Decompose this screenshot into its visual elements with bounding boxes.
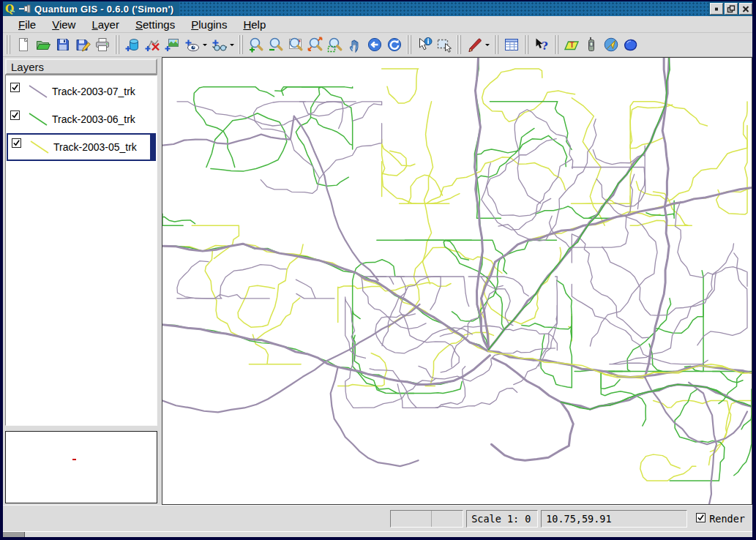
whats-this-button[interactable]: ? — [531, 35, 551, 55]
select-rect-icon — [436, 37, 452, 53]
gps-track — [238, 244, 303, 327]
pan-map-button[interactable] — [345, 35, 364, 55]
label-tool-icon: T — [564, 37, 580, 53]
progress-divider — [431, 511, 432, 527]
select-features-button[interactable] — [434, 35, 454, 55]
gps-track — [572, 196, 631, 204]
compass-icon — [603, 37, 619, 53]
new-project-button[interactable] — [13, 35, 33, 55]
checkmark-icon — [11, 83, 19, 91]
pencil-icon — [466, 37, 482, 53]
zoom-selected-icon — [307, 37, 323, 53]
new-vector-layer-button-dropdown[interactable] — [201, 35, 209, 55]
layer-line-symbol — [27, 138, 52, 156]
render-toggle[interactable]: Render — [690, 513, 748, 525]
capture-tool-button-dropdown[interactable] — [484, 35, 491, 55]
gps-tools-button[interactable] — [581, 35, 601, 55]
render-checkbox[interactable] — [696, 513, 706, 522]
toolbar-handle[interactable] — [115, 35, 119, 54]
close-button[interactable] — [739, 3, 752, 15]
map-canvas[interactable] — [162, 57, 752, 505]
gps-track — [593, 146, 645, 209]
zoom-in-icon — [248, 37, 264, 53]
print-button[interactable] — [92, 35, 112, 55]
layer-visibility-checkbox[interactable] — [10, 83, 20, 92]
toolbar: ?T — [3, 33, 752, 57]
zoom-in-button[interactable] — [246, 35, 266, 55]
open-project-button[interactable] — [33, 35, 53, 55]
horizontal-splitter[interactable] — [5, 426, 157, 431]
menu-layer[interactable]: Layer — [83, 17, 127, 32]
add-vector-layer-button[interactable] — [142, 35, 162, 55]
attribute-table-button[interactable] — [501, 35, 521, 55]
gps-track — [522, 280, 572, 337]
gps-track — [549, 174, 634, 247]
render-label: Render — [709, 513, 745, 525]
layer-visibility-checkbox[interactable] — [10, 110, 20, 120]
toolbar-handle[interactable] — [239, 35, 243, 54]
gps-track — [482, 160, 572, 230]
toolbar-handle[interactable] — [524, 35, 528, 54]
layer-line-symbol — [26, 110, 50, 128]
gps-device-icon — [583, 37, 599, 53]
menu-help[interactable]: Help — [235, 17, 274, 32]
zoom-to-layer-button[interactable] — [325, 35, 345, 55]
toolbar-handle[interactable] — [457, 35, 461, 54]
title-bar[interactable]: Q Quantum GIS - 0.6.0 ('Simon') — [3, 1, 752, 16]
capture-tool-button[interactable] — [464, 35, 484, 55]
minimize-button[interactable] — [710, 3, 723, 15]
menu-settings[interactable]: Settings — [127, 17, 183, 32]
gps-track — [162, 214, 195, 225]
label-tool-button[interactable]: T — [561, 35, 581, 55]
resize-grip[interactable] — [3, 532, 25, 537]
gps-track — [601, 372, 645, 426]
main-area: Layers Track-2003-07_trkTrack-2003-06_tr… — [3, 57, 752, 505]
add-raster-layer-button[interactable] — [162, 35, 181, 55]
menu-plugins[interactable]: Plugins — [183, 17, 235, 32]
layer-label: Track-2003-07_trk — [52, 86, 135, 97]
pin-icon[interactable] — [18, 3, 31, 15]
layer-visibility-checkbox[interactable] — [12, 138, 21, 148]
identify-features-button[interactable] — [414, 35, 434, 55]
menu-view[interactable]: View — [44, 17, 83, 32]
toolbar-handle[interactable] — [407, 35, 411, 54]
gps-track — [514, 110, 572, 203]
layer-item-track-2003-05_trk[interactable]: Track-2003-05_trk — [7, 133, 156, 161]
layer-line-symbol — [26, 83, 50, 100]
save-project-button[interactable] — [53, 35, 72, 55]
toolbar-handle[interactable] — [494, 35, 498, 54]
layers-list: Track-2003-07_trkTrack-2003-06_trkTrack-… — [5, 75, 157, 426]
compass-plugin-button[interactable] — [601, 35, 621, 55]
layer-item-track-2003-07_trk[interactable]: Track-2003-07_trk — [7, 78, 156, 105]
overview-panel[interactable] — [5, 431, 157, 503]
pan-hand-icon — [347, 37, 363, 53]
file-new-icon — [15, 37, 31, 53]
import-gps-button[interactable] — [209, 35, 228, 55]
import-gps-button-dropdown[interactable] — [228, 35, 236, 55]
gps-track — [482, 69, 575, 121]
layer-item-track-2003-06_trk[interactable]: Track-2003-06_trk — [7, 105, 156, 133]
refresh-map-button[interactable] — [384, 35, 404, 55]
zoom-full-extent-button[interactable] — [285, 35, 305, 55]
zoom-out-button[interactable] — [266, 35, 285, 55]
menu-file[interactable]: File — [10, 17, 44, 32]
gps-track — [205, 250, 300, 340]
toolbar-handle[interactable] — [554, 35, 558, 54]
maximize-button[interactable] — [725, 3, 738, 15]
zoom-previous-button[interactable] — [364, 35, 384, 55]
gps-track — [382, 69, 419, 103]
zoom-to-selection-button[interactable] — [305, 35, 325, 55]
gps-track — [630, 102, 707, 149]
gps-track — [253, 102, 356, 179]
add-postgis-layer-button[interactable] — [122, 35, 142, 55]
gps-track — [370, 367, 465, 408]
whats-this-icon: ? — [534, 37, 550, 53]
new-vector-layer-button[interactable] — [181, 35, 201, 55]
plugin-tool-button[interactable] — [621, 35, 640, 55]
save-project-as-button[interactable] — [72, 35, 92, 55]
status-bar: Scale 1: 0 10.75,59.91 Render — [3, 505, 752, 531]
layer-label: Track-2003-05_trk — [53, 141, 137, 153]
titlebar-pattern — [179, 1, 708, 16]
svg-text:?: ? — [542, 40, 548, 53]
toolbar-handle[interactable] — [6, 35, 10, 54]
